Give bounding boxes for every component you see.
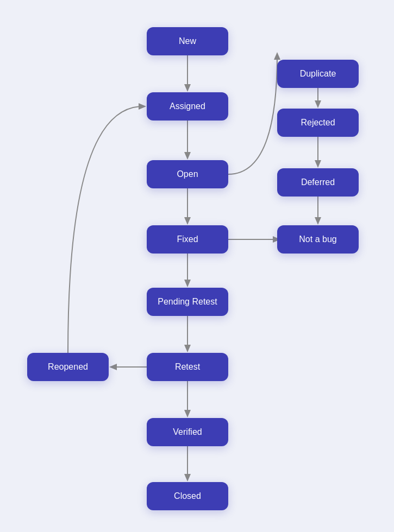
node-pending-retest: Pending Retest — [147, 288, 228, 316]
node-label-assigned: Assigned — [170, 102, 205, 111]
node-new: New — [147, 27, 228, 55]
node-label-verified: Verified — [173, 427, 202, 437]
node-label-closed: Closed — [174, 491, 201, 501]
node-label-reopened: Reopened — [48, 362, 88, 372]
node-deferred: Deferred — [277, 168, 359, 197]
node-label-pending-retest: Pending Retest — [158, 297, 217, 307]
node-closed: Closed — [147, 482, 228, 510]
node-label-fixed: Fixed — [177, 235, 198, 244]
node-assigned: Assigned — [147, 92, 228, 121]
node-not-a-bug: Not a bug — [277, 225, 359, 254]
node-label-open: Open — [177, 169, 198, 179]
node-label-duplicate: Duplicate — [300, 69, 336, 79]
node-duplicate: Duplicate — [277, 60, 359, 88]
node-open: Open — [147, 160, 228, 188]
node-label-deferred: Deferred — [301, 178, 335, 187]
node-rejected: Rejected — [277, 109, 359, 137]
node-label-retest: Retest — [175, 362, 200, 372]
node-verified: Verified — [147, 418, 228, 446]
node-retest: Retest — [147, 353, 228, 381]
node-label-rejected: Rejected — [301, 118, 335, 128]
node-reopened: Reopened — [27, 353, 109, 381]
node-label-not-a-bug: Not a bug — [299, 235, 336, 244]
node-fixed: Fixed — [147, 225, 228, 254]
node-label-new: New — [179, 36, 196, 46]
